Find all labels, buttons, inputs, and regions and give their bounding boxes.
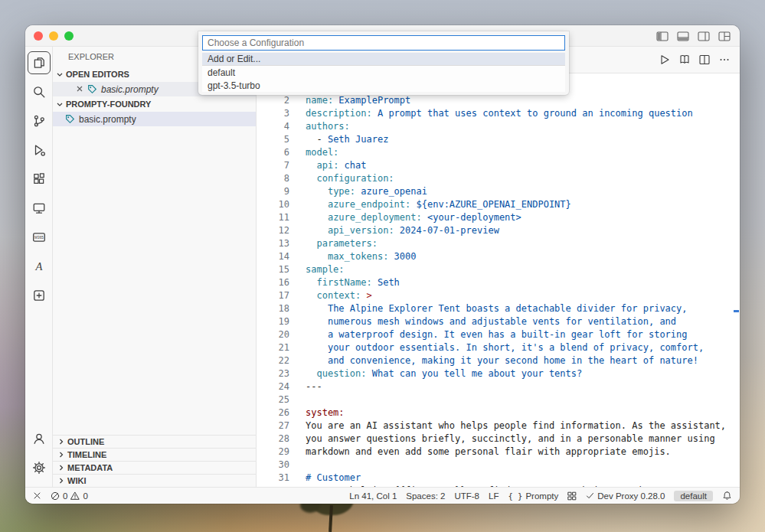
quick-pick-list: Add or Edit... default gpt-3.5-turbo bbox=[202, 53, 565, 92]
code-line[interactable]: model: bbox=[306, 146, 726, 159]
activity-remote-explorer[interactable] bbox=[28, 197, 51, 220]
accounts-button[interactable] bbox=[28, 427, 51, 450]
code-line[interactable]: azure_deployment: <your-deployment> bbox=[306, 211, 726, 224]
toggle-panel-icon[interactable] bbox=[677, 31, 689, 41]
line-number: 13 bbox=[257, 237, 289, 250]
code-line[interactable]: You are an AI assistant who helps people… bbox=[306, 419, 726, 432]
account-icon bbox=[32, 432, 46, 446]
editor-group: 2345678910111213141516171819202122232425… bbox=[257, 47, 740, 487]
activity-azure[interactable]: A bbox=[28, 255, 51, 278]
code-line[interactable]: max_tokens: 3000 bbox=[306, 250, 726, 263]
close-editor-icon[interactable] bbox=[76, 84, 83, 95]
code-line[interactable]: name: ExamplePrompt bbox=[306, 94, 726, 107]
run-prompt-icon[interactable] bbox=[659, 54, 671, 66]
gear-icon bbox=[32, 461, 46, 475]
cursor-position-label: Ln 41, Col 1 bbox=[349, 491, 397, 501]
line-number: 28 bbox=[257, 432, 289, 446]
ports-status[interactable] bbox=[567, 491, 577, 501]
close-window-button[interactable] bbox=[34, 31, 43, 41]
eol-status[interactable]: LF bbox=[489, 491, 499, 501]
code-line[interactable]: configuration: bbox=[306, 172, 726, 185]
m365-icon: M365 bbox=[32, 230, 46, 244]
prompty-config-badge[interactable]: default bbox=[674, 491, 713, 501]
code-line[interactable]: system: bbox=[306, 406, 726, 419]
line-number: 25 bbox=[257, 393, 289, 406]
minimize-window-button[interactable] bbox=[49, 31, 58, 41]
code-line[interactable]: # Customer bbox=[306, 472, 726, 485]
code-line[interactable]: You are helping {{firstName}} to find an… bbox=[306, 485, 726, 487]
problems-status[interactable]: 0 0 bbox=[51, 491, 88, 501]
indentation-label: Spaces: 2 bbox=[406, 491, 445, 501]
code-line[interactable]: --- bbox=[306, 380, 726, 393]
code-line[interactable]: and convenience, making it your second h… bbox=[306, 354, 726, 367]
code-line[interactable]: api: chat bbox=[306, 159, 726, 172]
code-line[interactable]: a waterproof design. It even has a built… bbox=[306, 328, 726, 341]
language-mode[interactable]: { } Prompty bbox=[508, 491, 558, 501]
activity-m365[interactable]: M365 bbox=[28, 226, 51, 249]
code-line[interactable]: question: What can you tell me about you… bbox=[306, 367, 726, 380]
encoding-status[interactable]: UTF-8 bbox=[454, 491, 479, 501]
panel-timeline[interactable]: TIMELINE bbox=[53, 448, 256, 461]
settings-button[interactable] bbox=[28, 456, 51, 479]
code-line[interactable]: context: > bbox=[306, 289, 726, 302]
code-line[interactable]: your outdoor essentials. In short, it's … bbox=[306, 341, 726, 354]
code-line[interactable]: you answer questions briefly, succinctly… bbox=[306, 432, 726, 446]
file-tree-item-selected[interactable]: basic.prompty bbox=[53, 112, 256, 126]
code-line[interactable]: The Alpine Explorer Tent boasts a detach… bbox=[306, 302, 726, 315]
remote-indicator[interactable] bbox=[33, 491, 41, 500]
activity-run-debug[interactable] bbox=[28, 139, 51, 162]
toggle-primary-sidebar-icon[interactable] bbox=[656, 31, 669, 41]
notifications-bell[interactable] bbox=[722, 491, 732, 501]
code-line[interactable]: sample: bbox=[306, 263, 726, 276]
vscode-window: M365 A EXPLORER ⋯ OPEN EDITORS bbox=[25, 25, 740, 504]
activity-search[interactable] bbox=[28, 80, 51, 103]
line-number: 26 bbox=[257, 406, 289, 419]
split-editor-icon[interactable] bbox=[698, 54, 711, 66]
activity-teams-toolkit[interactable] bbox=[28, 284, 51, 307]
quick-pick-input[interactable] bbox=[202, 35, 565, 51]
editor-gutter[interactable]: 2345678910111213141516171819202122232425… bbox=[257, 94, 289, 487]
quick-pick-item-gpt35turbo[interactable]: gpt-3.5-turbo bbox=[202, 79, 565, 92]
code-line[interactable]: numerous mesh windows and adjustable ven… bbox=[306, 315, 726, 328]
remote-explorer-icon bbox=[32, 201, 46, 215]
code-line[interactable]: - Seth Juarez bbox=[306, 133, 726, 146]
azure-icon-label: A bbox=[34, 260, 42, 273]
code-line[interactable]: api_version: 2024-07-01-preview bbox=[306, 224, 726, 237]
panel-metadata[interactable]: METADATA bbox=[53, 461, 256, 474]
code-line[interactable]: description: A prompt that uses context … bbox=[306, 107, 726, 120]
line-number: 30 bbox=[257, 459, 289, 472]
devproxy-status[interactable]: Dev Proxy 0.28.0 bbox=[586, 491, 665, 501]
code-line[interactable]: azure_endpoint: ${env:AZURE_OPENAI_ENDPO… bbox=[306, 198, 726, 211]
editor-code-lines[interactable]: name: ExamplePromptdescription: A prompt… bbox=[289, 94, 726, 487]
chevron-down-icon bbox=[56, 101, 64, 108]
code-area[interactable]: 2345678910111213141516171819202122232425… bbox=[257, 73, 740, 487]
panel-outline[interactable]: OUTLINE bbox=[53, 435, 256, 448]
workspace-folder-header[interactable]: PROMPTY-FOUNDRY bbox=[53, 96, 256, 112]
quick-pick-item-default[interactable]: default bbox=[202, 66, 565, 79]
panel-wiki[interactable]: WIKI bbox=[53, 474, 256, 487]
toggle-secondary-sidebar-icon[interactable] bbox=[698, 31, 710, 41]
activity-source-control[interactable] bbox=[28, 109, 51, 132]
line-number: 15 bbox=[257, 263, 289, 276]
chevron-right-icon bbox=[57, 464, 65, 472]
zoom-window-button[interactable] bbox=[64, 31, 74, 41]
code-line[interactable]: type: azure_openai bbox=[306, 185, 726, 198]
code-line[interactable]: authors: bbox=[306, 120, 726, 133]
open-preview-icon[interactable] bbox=[678, 54, 691, 66]
more-actions-icon[interactable] bbox=[718, 54, 731, 66]
code-line[interactable] bbox=[306, 393, 726, 406]
cursor-position[interactable]: Ln 41, Col 1 bbox=[349, 491, 397, 501]
code-line[interactable]: parameters: bbox=[306, 237, 726, 250]
m365-icon-label: M365 bbox=[34, 236, 44, 240]
indentation-status[interactable]: Spaces: 2 bbox=[406, 491, 445, 501]
customize-layout-icon[interactable] bbox=[718, 31, 731, 41]
activity-extensions[interactable] bbox=[28, 168, 51, 191]
code-line[interactable]: firstName: Seth bbox=[306, 276, 726, 289]
code-line[interactable]: markdown and even add some personal flai… bbox=[306, 446, 726, 459]
code-line[interactable] bbox=[306, 459, 726, 472]
line-number: 14 bbox=[257, 250, 289, 263]
chevron-down-icon bbox=[56, 71, 64, 78]
quick-pick-item-add-or-edit[interactable]: Add or Edit... bbox=[202, 53, 565, 66]
activity-explorer[interactable] bbox=[28, 51, 51, 74]
chevron-right-icon bbox=[57, 477, 65, 485]
